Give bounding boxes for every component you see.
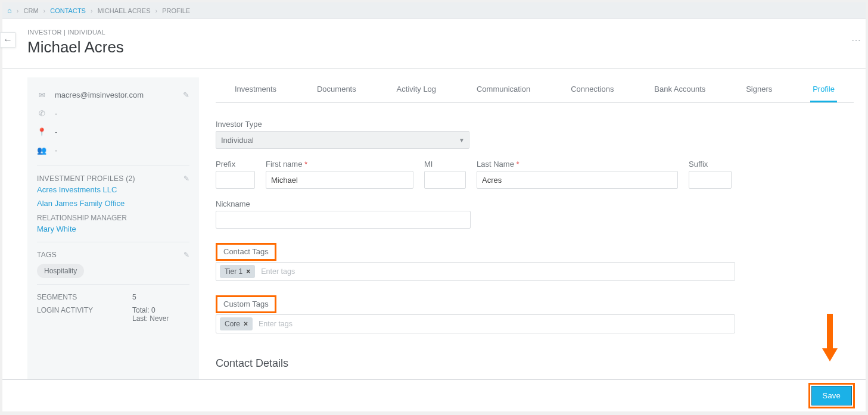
tags-heading: TAGS bbox=[37, 251, 57, 259]
edit-tags-icon[interactable]: ✎ bbox=[183, 251, 189, 259]
tag-chip[interactable]: Tier 1 × bbox=[220, 265, 255, 278]
edit-profiles-icon[interactable]: ✎ bbox=[183, 174, 189, 183]
breadcrumb-leaf: PROFILE bbox=[162, 7, 190, 14]
remove-tag-icon[interactable]: × bbox=[246, 267, 250, 276]
people-icon: 👥 bbox=[37, 146, 46, 155]
tag-chip[interactable]: Core × bbox=[220, 317, 253, 330]
investment-profiles-list: Acres Investments LLC Alan James Family … bbox=[37, 183, 189, 210]
tab-activity-log[interactable]: Activity Log bbox=[394, 77, 438, 102]
tab-documents[interactable]: Documents bbox=[315, 77, 359, 102]
tag-chip-label: Core bbox=[225, 320, 240, 328]
page-footer: Save bbox=[2, 379, 866, 411]
investment-profiles-heading: INVESTMENT PROFILES (2) bbox=[37, 174, 135, 183]
page-title: Michael Acres bbox=[27, 38, 854, 57]
contact-address: - bbox=[55, 127, 189, 136]
custom-tags-label: Custom Tags bbox=[216, 295, 276, 313]
chevron-right-icon: › bbox=[155, 7, 157, 14]
tag-chip[interactable]: Hospitality bbox=[37, 264, 84, 278]
tab-connections[interactable]: Connections bbox=[568, 77, 616, 102]
contact-tags-input[interactable]: Tier 1 × bbox=[216, 262, 735, 281]
tab-investments[interactable]: Investments bbox=[232, 77, 279, 102]
investment-profile-link[interactable]: Acres Investments LLC bbox=[37, 183, 189, 196]
custom-tags-input[interactable]: Core × bbox=[216, 314, 735, 333]
login-activity-label: LOGIN ACTIVITY bbox=[37, 306, 108, 323]
chevron-right-icon: › bbox=[17, 7, 19, 14]
phone-icon: ✆ bbox=[37, 109, 46, 118]
map-pin-icon: 📍 bbox=[37, 127, 46, 136]
contact-org: - bbox=[55, 146, 189, 155]
tab-bank-accounts[interactable]: Bank Accounts bbox=[652, 77, 708, 102]
last-name-input[interactable] bbox=[477, 171, 678, 189]
relationship-manager-heading: RELATIONSHIP MANAGER bbox=[37, 214, 189, 222]
remove-tag-icon[interactable]: × bbox=[244, 320, 248, 328]
contact-tabs: Investments Documents Activity Log Commu… bbox=[216, 77, 854, 103]
mi-label: MI bbox=[424, 160, 466, 169]
contact-email[interactable]: macres@imsinvestor.com bbox=[55, 91, 175, 99]
chevron-right-icon: › bbox=[91, 7, 93, 14]
nickname-label: Nickname bbox=[216, 199, 471, 208]
prefix-label: Prefix bbox=[216, 160, 255, 169]
suffix-input[interactable] bbox=[689, 171, 732, 189]
prefix-input[interactable] bbox=[216, 171, 255, 189]
contact-tags-text-input[interactable] bbox=[260, 267, 731, 276]
breadcrumb: ⌂ › CRM › CONTACTS › MICHAEL ACRES › PRO… bbox=[2, 2, 866, 19]
tab-profile[interactable]: Profile bbox=[810, 77, 837, 102]
segments-label: SEGMENTS bbox=[37, 293, 108, 301]
tag-chip-label: Tier 1 bbox=[225, 267, 242, 276]
nickname-input[interactable] bbox=[216, 211, 471, 229]
home-icon[interactable]: ⌂ bbox=[7, 6, 12, 15]
chevron-right-icon: › bbox=[43, 7, 46, 14]
custom-tags-text-input[interactable] bbox=[257, 319, 731, 329]
breadcrumb-contacts[interactable]: CONTACTS bbox=[50, 7, 86, 14]
contact-type-eyebrow: INVESTOR | INDIVIDUAL bbox=[27, 29, 854, 36]
save-button[interactable]: Save bbox=[811, 386, 852, 405]
contact-tags-label: Contact Tags bbox=[216, 243, 276, 261]
edit-email-icon[interactable]: ✎ bbox=[183, 91, 189, 99]
contact-phone: - bbox=[55, 109, 189, 118]
mi-input[interactable] bbox=[424, 171, 466, 189]
first-name-label: First name bbox=[266, 160, 413, 169]
segments-count[interactable]: 5 bbox=[132, 293, 136, 301]
page-header: INVESTOR | INDIVIDUAL Michael Acres ⋯ bbox=[2, 19, 866, 69]
kebab-menu-icon[interactable]: ⋯ bbox=[851, 35, 861, 46]
login-last: Last: Never bbox=[132, 314, 169, 323]
investor-type-label: Investor Type bbox=[216, 120, 844, 129]
tab-signers[interactable]: Signers bbox=[743, 77, 774, 102]
suffix-label: Suffix bbox=[689, 160, 732, 169]
breadcrumb-person[interactable]: MICHAEL ACRES bbox=[98, 7, 151, 14]
breadcrumb-crm[interactable]: CRM bbox=[24, 7, 39, 14]
investment-profile-link[interactable]: Alan James Family Office bbox=[37, 196, 189, 210]
contact-details-heading: Contact Details bbox=[216, 357, 844, 370]
login-total: Total: 0 bbox=[132, 306, 155, 314]
last-name-label: Last Name bbox=[477, 160, 678, 169]
email-icon: ✉ bbox=[37, 91, 46, 99]
contact-summary-panel: ✉ macres@imsinvestor.com ✎ ✆ - 📍 - 👥 - bbox=[27, 77, 199, 409]
tab-communication[interactable]: Communication bbox=[474, 77, 533, 102]
relationship-manager-link[interactable]: Mary White bbox=[37, 222, 189, 236]
main-content: Investments Documents Activity Log Commu… bbox=[216, 77, 854, 409]
first-name-input[interactable] bbox=[266, 171, 413, 189]
save-button-highlight: Save bbox=[808, 383, 855, 408]
investor-type-select[interactable] bbox=[216, 131, 469, 149]
